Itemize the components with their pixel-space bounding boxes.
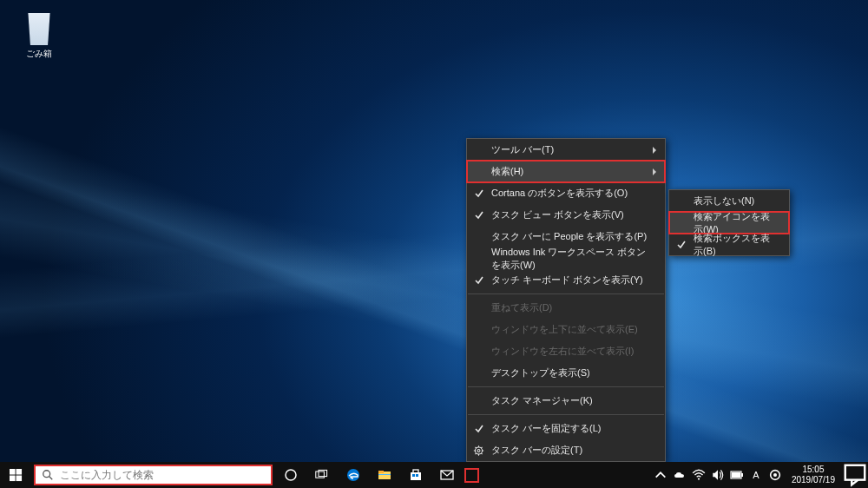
task-view-button[interactable]	[306, 462, 338, 488]
taskbar-app-mail[interactable]	[431, 462, 463, 488]
desktop[interactable]: ごみ箱 ツール バー(T)検索(H)Cortana のボタンを表示する(O)タス…	[0, 0, 868, 488]
search-icon	[36, 469, 60, 481]
ctx-item-16[interactable]: タスク バーの設定(T)	[467, 439, 665, 461]
ime-label: A	[753, 470, 759, 480]
svg-rect-34	[845, 465, 865, 480]
windows-logo-icon	[10, 469, 23, 482]
taskbar-app-edge[interactable]	[338, 462, 369, 488]
cloud-icon	[673, 468, 687, 482]
ctx-item-label: タスク バーを固定する(L)	[491, 422, 602, 435]
tray-network[interactable]	[689, 462, 708, 488]
search-submenu[interactable]: 表示しない(N)検索アイコンを表示(W)検索ボックスを表示(B)	[668, 189, 790, 256]
svg-point-1	[477, 449, 480, 452]
clock-time: 15:05	[792, 465, 835, 475]
svg-line-7	[481, 452, 482, 453]
subctx-item-0[interactable]: 表示しない(N)	[669, 190, 789, 212]
svg-rect-25	[412, 474, 415, 477]
ctx-item-label: タッチ キーボード ボタンを表示(Y)	[491, 274, 643, 287]
svg-line-6	[475, 446, 476, 447]
subctx-item-label: 表示しない(N)	[694, 195, 754, 208]
svg-rect-11	[16, 469, 22, 475]
svg-point-14	[43, 471, 50, 478]
ctx-item-label: ツール バー(T)	[491, 143, 554, 156]
location-icon	[768, 468, 782, 482]
svg-line-15	[49, 477, 53, 480]
search-input[interactable]	[60, 469, 271, 481]
svg-rect-24	[413, 470, 418, 473]
ctx-item-3[interactable]: タスク ビュー ボタンを表示(V)	[467, 204, 665, 226]
battery-icon	[730, 468, 744, 482]
recycle-bin-label: ごみ箱	[13, 48, 65, 60]
ctx-item-9: ウィンドウを上下に並べて表示(E)	[467, 319, 665, 340]
ctx-item-6[interactable]: タッチ キーボード ボタンを表示(Y)	[467, 269, 665, 291]
search-box[interactable]	[34, 465, 273, 485]
ctx-item-label: Cortana のボタンを表示する(O)	[491, 187, 628, 200]
ctx-item-label: 検索(H)	[491, 165, 523, 178]
subctx-item-2[interactable]: 検索ボックスを表示(B)	[669, 234, 789, 255]
start-button[interactable]	[0, 462, 31, 488]
speaker-icon	[711, 468, 725, 482]
ctx-item-label: Windows Ink ワークスペース ボタンを表示(W)	[491, 246, 649, 272]
mail-icon	[440, 468, 454, 482]
svg-line-8	[475, 452, 476, 453]
svg-point-16	[286, 470, 296, 480]
desktop-icon-recycle-bin[interactable]: ごみ箱	[13, 9, 65, 60]
ctx-item-11[interactable]: デスクトップを表示(S)	[467, 362, 665, 384]
cortana-icon	[284, 468, 298, 482]
cortana-button[interactable]	[275, 462, 306, 488]
ctx-item-label: 重ねて表示(D)	[491, 301, 552, 314]
wifi-icon	[692, 468, 706, 482]
ctx-item-10: ウィンドウを左右に並べて表示(I)	[467, 340, 665, 362]
svg-line-9	[481, 446, 482, 447]
taskbar-context-menu[interactable]: ツール バー(T)検索(H)Cortana のボタンを表示する(O)タスク ビュ…	[466, 138, 666, 462]
folder-icon	[378, 468, 391, 482]
clock-date: 2019/07/19	[792, 475, 835, 485]
chevron-up-icon	[654, 468, 667, 482]
svg-rect-22	[378, 474, 391, 475]
action-center-button[interactable]	[842, 462, 868, 488]
ctx-item-5[interactable]: Windows Ink ワークスペース ボタンを表示(W)	[467, 247, 665, 269]
annotation-highlight-square	[464, 468, 479, 483]
svg-point-33	[773, 473, 777, 477]
taskbar-app-store[interactable]	[400, 462, 431, 488]
recycle-bin-icon	[23, 9, 55, 45]
subctx-item-label: 検索ボックスを表示(B)	[694, 232, 773, 258]
svg-rect-10	[10, 469, 16, 475]
ctx-item-label: タスク バーに People を表示する(P)	[491, 230, 647, 243]
ctx-separator	[468, 414, 664, 415]
svg-rect-30	[741, 473, 743, 477]
tray-onedrive[interactable]	[670, 462, 689, 488]
ctx-item-15[interactable]: タスク バーを固定する(L)	[467, 418, 665, 439]
ctx-separator	[468, 293, 664, 294]
svg-rect-21	[378, 471, 384, 473]
ctx-item-label: タスク マネージャー(K)	[491, 394, 593, 407]
tray-volume[interactable]	[708, 462, 727, 488]
ctx-item-label: タスク バーの設定(T)	[491, 444, 582, 457]
ctx-item-label: ウィンドウを左右に並べて表示(I)	[491, 345, 634, 358]
ctx-separator	[468, 386, 664, 387]
taskbar-clock[interactable]: 15:05 2019/07/19	[785, 465, 842, 485]
svg-rect-13	[16, 475, 22, 481]
ctx-item-label: タスク ビュー ボタンを表示(V)	[491, 208, 624, 221]
ctx-item-0[interactable]: ツール バー(T)	[467, 139, 665, 161]
ctx-item-label: デスクトップを表示(S)	[491, 366, 590, 379]
store-icon	[409, 468, 423, 482]
ctx-item-13[interactable]: タスク マネージャー(K)	[467, 390, 665, 412]
subctx-item-1[interactable]: 検索アイコンを表示(W)	[669, 212, 789, 234]
ctx-item-2[interactable]: Cortana のボタンを表示する(O)	[467, 182, 665, 204]
ctx-item-8: 重ねて表示(D)	[467, 297, 665, 319]
ctx-item-4[interactable]: タスク バーに People を表示する(P)	[467, 226, 665, 247]
svg-rect-31	[732, 472, 740, 478]
edge-icon	[346, 468, 360, 482]
tray-location[interactable]	[766, 462, 785, 488]
ctx-item-label: ウィンドウを上下に並べて表示(E)	[491, 323, 638, 336]
svg-point-28	[698, 478, 700, 479]
tray-battery[interactable]	[727, 462, 746, 488]
taskbar[interactable]: A 15:05 2019/07/19	[0, 462, 868, 488]
tray-show-hidden[interactable]	[651, 462, 670, 488]
ctx-item-1[interactable]: 検索(H)	[467, 161, 665, 182]
taskbar-app-explorer[interactable]	[369, 462, 400, 488]
task-view-icon	[315, 468, 329, 482]
tray-ime[interactable]: A	[746, 462, 766, 488]
svg-rect-12	[10, 475, 16, 481]
